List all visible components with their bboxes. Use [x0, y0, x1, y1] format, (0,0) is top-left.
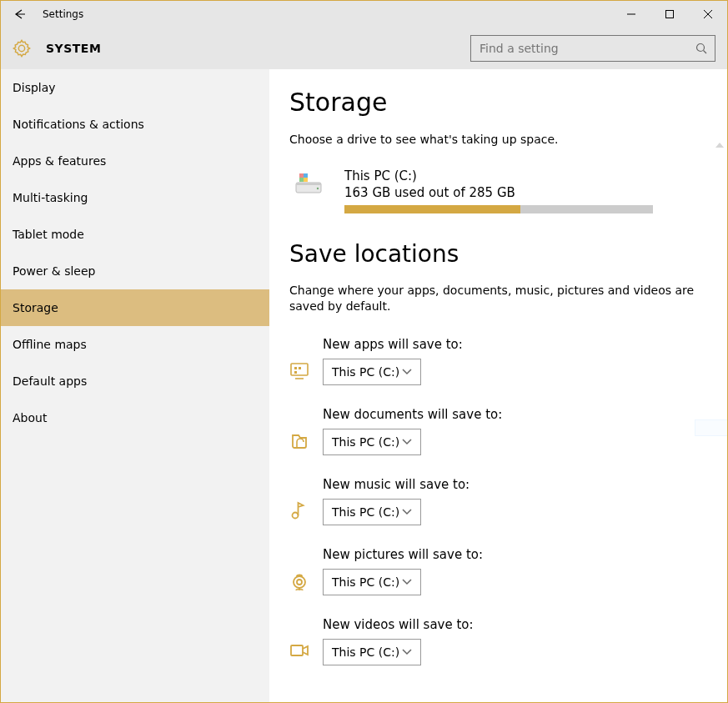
back-arrow-icon [13, 8, 27, 21]
content-pane[interactable]: Storage Choose a drive to see what's tak… [269, 69, 727, 702]
drive-info: This PC (C:) 163 GB used out of 285 GB [344, 168, 707, 213]
titlebar-top: Settings [1, 1, 727, 28]
section-header: SYSTEM [46, 42, 101, 55]
titlebar-bottom: SYSTEM [1, 28, 727, 68]
documents-location-dropdown[interactable]: This PC (C:) [323, 429, 421, 455]
search-box[interactable] [470, 35, 715, 62]
setting-label: New apps will save to: [323, 337, 463, 352]
setting-label: New documents will save to: [323, 407, 502, 422]
dropdown-value: This PC (C:) [332, 645, 402, 659]
setting-documents: New documents will save to: This PC (C:) [289, 407, 707, 455]
save-locations-heading: Save locations [289, 240, 707, 268]
sidebar-item-notifications[interactable]: Notifications & actions [1, 106, 269, 143]
drive-icon [294, 170, 326, 198]
sidebar-item-tablet-mode[interactable]: Tablet mode [1, 216, 269, 253]
page-title: Storage [289, 88, 707, 117]
dropdown-value: This PC (C:) [332, 505, 402, 519]
page-description: Choose a drive to see what's taking up s… [289, 132, 707, 148]
sidebar-item-power-sleep[interactable]: Power & sleep [1, 253, 269, 289]
drive-usage-fill [344, 205, 520, 213]
sidebar-item-default-apps[interactable]: Default apps [1, 363, 269, 399]
chevron-down-icon [402, 437, 412, 447]
setting-label: New pictures will save to: [323, 547, 483, 562]
setting-apps: New apps will save to: This PC (C:) [289, 337, 707, 385]
scroll-up-caret-icon [715, 143, 724, 148]
titlebar: Settings SYSTEM [1, 1, 727, 69]
drive-row[interactable]: This PC (C:) 163 GB used out of 285 GB [289, 168, 707, 213]
sidebar-item-apps-features[interactable]: Apps & features [1, 143, 269, 179]
chevron-down-icon [402, 367, 412, 377]
documents-icon [289, 430, 309, 450]
dropdown-value: This PC (C:) [332, 435, 402, 449]
drive-usage-bar [344, 205, 653, 213]
dropdown-value: This PC (C:) [332, 365, 402, 379]
music-icon [289, 500, 309, 520]
window-controls [612, 1, 727, 28]
setting-music: New music will save to: This PC (C:) [289, 477, 707, 525]
drive-usage-text: 163 GB used out of 285 GB [344, 185, 707, 200]
minimize-icon [627, 10, 635, 18]
save-location-settings: New apps will save to: This PC (C:) New … [289, 337, 707, 665]
search-input[interactable] [471, 42, 688, 55]
app-title: Settings [43, 8, 83, 20]
setting-label: New videos will save to: [323, 617, 474, 632]
sidebar: Display Notifications & actions Apps & f… [1, 69, 269, 702]
maximize-button[interactable] [650, 1, 689, 28]
dropdown-value: This PC (C:) [332, 575, 402, 589]
videos-location-dropdown[interactable]: This PC (C:) [323, 639, 421, 665]
close-button[interactable] [689, 1, 727, 28]
apps-location-dropdown[interactable]: This PC (C:) [323, 359, 421, 385]
pictures-location-dropdown[interactable]: This PC (C:) [323, 569, 421, 595]
drive-name: This PC (C:) [344, 168, 707, 183]
pictures-icon [289, 570, 309, 590]
save-locations-description: Change where your apps, documents, music… [289, 283, 707, 315]
videos-icon [289, 640, 309, 660]
close-icon [704, 10, 712, 18]
search-icon [688, 43, 715, 54]
window-snip-overlay: Window Snip [695, 419, 727, 436]
minimize-button[interactable] [612, 1, 650, 28]
apps-icon [289, 360, 309, 380]
chevron-down-icon [402, 577, 412, 587]
sidebar-item-about[interactable]: About [1, 399, 269, 436]
chevron-down-icon [402, 647, 412, 657]
setting-videos: New videos will save to: This PC (C:) [289, 617, 707, 665]
sidebar-item-multitasking[interactable]: Multi-tasking [1, 179, 269, 216]
body: Display Notifications & actions Apps & f… [1, 69, 727, 702]
maximize-icon [665, 10, 674, 18]
sidebar-item-display[interactable]: Display [1, 69, 269, 106]
back-button[interactable] [1, 1, 39, 28]
sidebar-item-offline-maps[interactable]: Offline maps [1, 326, 269, 363]
setting-pictures: New pictures will save to: This PC (C:) [289, 547, 707, 595]
sidebar-item-storage[interactable]: Storage [1, 289, 269, 326]
chevron-down-icon [402, 507, 412, 517]
setting-label: New music will save to: [323, 477, 469, 492]
gear-icon [11, 38, 33, 59]
music-location-dropdown[interactable]: This PC (C:) [323, 499, 421, 525]
